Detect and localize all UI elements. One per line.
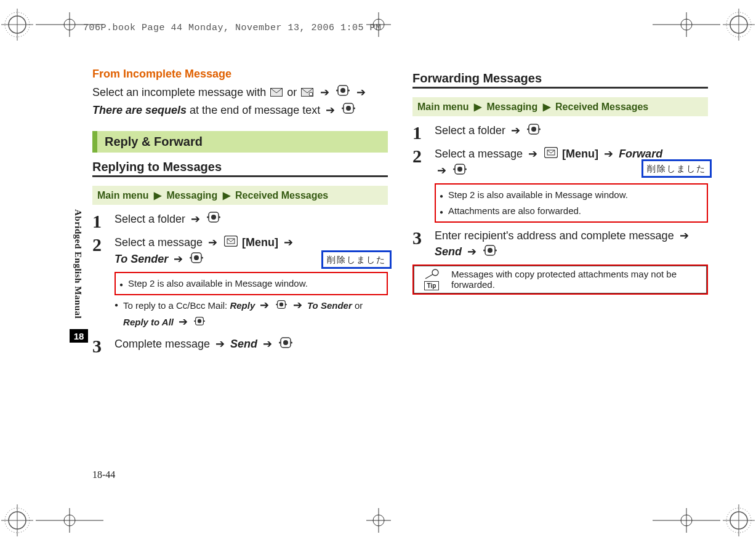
annotation-deleted: 削除しました xyxy=(321,250,392,269)
svg-point-47 xyxy=(207,217,209,218)
text: Complete message xyxy=(115,338,213,350)
reply-note-1: Step 2 is also available in Message wind… xyxy=(119,277,383,291)
arrow-icon: ➔ xyxy=(208,234,217,250)
chevron-right-icon: ▶ xyxy=(474,101,481,112)
send-label: Send xyxy=(230,338,257,350)
breadcrumb-reply: Main menu ▶ Messaging ▶ Received Message… xyxy=(92,186,388,205)
nav-key-icon xyxy=(527,123,541,140)
arrow-icon: ➔ xyxy=(293,297,302,314)
chevron-right-icon: ▶ xyxy=(223,190,230,201)
reply-step-3: 3 Complete message ➔ Send ➔ xyxy=(92,336,388,356)
svg-point-78 xyxy=(488,248,493,253)
svg-point-57 xyxy=(276,304,277,305)
to-sender-label: To Sender xyxy=(115,253,168,265)
arrow-icon: ➔ xyxy=(467,244,477,260)
nav-key-icon xyxy=(483,244,497,261)
text: Enter recipient's address and complete m… xyxy=(435,229,677,242)
reply-step-2: 2 Select a message ➔ [Menu] ➔ To Sender … xyxy=(92,234,388,333)
chevron-right-icon: ▶ xyxy=(543,101,550,112)
text: Select a message xyxy=(115,236,206,249)
mail-key-icon xyxy=(224,235,238,251)
arrow-icon: ➔ xyxy=(356,84,366,101)
print-header: 706P.book Page 44 Monday, November 13, 2… xyxy=(83,23,382,33)
svg-point-69 xyxy=(527,128,529,130)
text: Select a folder xyxy=(435,124,509,137)
crumb-received: Received Messages xyxy=(555,101,648,112)
forwarding-subheading: Forwarding Messages xyxy=(412,71,708,89)
breadcrumb-forward: Main menu ▶ Messaging ▶ Received Message… xyxy=(412,97,708,116)
arrow-icon: ➔ xyxy=(511,122,520,138)
svg-point-81 xyxy=(432,269,438,276)
svg-point-62 xyxy=(204,320,205,322)
forward-label: Forward xyxy=(619,148,662,160)
chapter-badge: 18 xyxy=(70,329,88,343)
nav-key-icon xyxy=(190,252,203,268)
svg-point-48 xyxy=(219,217,220,218)
text: Select an incomplete message with xyxy=(92,86,269,98)
reply-note-2: To reply to a Cc/Bcc Mail: Reply ➔ ➔ To … xyxy=(115,297,388,330)
svg-point-53 xyxy=(190,257,191,258)
cropmark-bottom-center xyxy=(366,508,391,533)
highlight-box: Step 2 is also available in Message wind… xyxy=(115,272,388,296)
nav-key-icon xyxy=(336,84,350,102)
reply-forward-heading: Reply & Forward xyxy=(92,131,388,153)
nav-key-icon xyxy=(453,163,467,180)
text: or xyxy=(287,86,300,98)
svg-point-60 xyxy=(198,319,201,323)
forward-step-2: 2 Select a message ➔ [Menu] ➔ Forward ➔ … xyxy=(412,146,708,224)
step-number: 2 xyxy=(412,147,428,224)
svg-rect-71 xyxy=(545,148,558,158)
text: Select a folder xyxy=(115,213,188,225)
highlight-box: Tip Messages with copy protected attachm… xyxy=(412,265,708,295)
envelope-alt-icon xyxy=(301,85,313,102)
tip-text: Messages with copy protected attachments… xyxy=(451,269,701,290)
incomplete-message-heading: From Incomplete Message xyxy=(92,68,388,81)
step-number: 1 xyxy=(92,212,108,231)
svg-point-66 xyxy=(291,342,292,344)
cropmark-bottom-left xyxy=(36,508,103,533)
svg-point-74 xyxy=(457,167,462,172)
crumb-messaging: Messaging xyxy=(486,101,537,112)
tip-label: Tip xyxy=(424,281,440,290)
svg-point-43 xyxy=(342,107,344,109)
svg-point-56 xyxy=(279,303,283,306)
nav-key-small-icon xyxy=(276,300,287,314)
arrow-icon: ➔ xyxy=(215,336,225,352)
reply-step-1: 1 Select a folder ➔ xyxy=(92,211,388,231)
nav-key-small-icon xyxy=(194,316,205,330)
step-number: 3 xyxy=(412,229,428,261)
arrow-icon: ➔ xyxy=(179,314,188,330)
svg-point-54 xyxy=(201,257,203,258)
regmark-br xyxy=(720,502,756,539)
svg-point-39 xyxy=(336,90,338,92)
tip-pin-icon xyxy=(423,269,440,280)
svg-point-70 xyxy=(539,128,541,130)
crumb-messaging: Messaging xyxy=(166,190,217,201)
arrow-icon: ➔ xyxy=(174,251,183,267)
incomplete-message-paragraph: Select an incomplete message with or ➔ ➔… xyxy=(92,84,388,120)
mail-key-icon xyxy=(544,146,558,162)
menu-label: [Menu] xyxy=(562,148,598,160)
page-number: 18-44 xyxy=(92,469,115,480)
cropmark-bottom-right xyxy=(653,508,720,533)
sequels-label: There are sequels xyxy=(92,104,187,116)
svg-point-52 xyxy=(194,255,199,260)
svg-point-61 xyxy=(195,320,196,322)
arrow-icon: ➔ xyxy=(260,297,269,314)
svg-point-79 xyxy=(483,249,485,251)
regmark-tr xyxy=(720,6,756,43)
left-column: From Incomplete Message Select an incomp… xyxy=(92,68,388,359)
crumb-main: Main menu xyxy=(417,101,469,112)
svg-point-80 xyxy=(495,249,497,251)
envelope-icon xyxy=(270,85,283,102)
svg-point-76 xyxy=(465,169,467,170)
tip-box: Tip Messages with copy protected attachm… xyxy=(414,266,707,293)
svg-point-40 xyxy=(348,90,350,92)
svg-point-68 xyxy=(531,127,536,132)
svg-point-65 xyxy=(279,342,281,344)
forward-note-2: Attachments are also forwarded. xyxy=(440,204,703,218)
menu-label: [Menu] xyxy=(242,236,278,249)
step-number: 2 xyxy=(92,236,108,333)
annotation-deleted: 削除しました xyxy=(641,159,712,178)
svg-point-75 xyxy=(453,169,455,170)
